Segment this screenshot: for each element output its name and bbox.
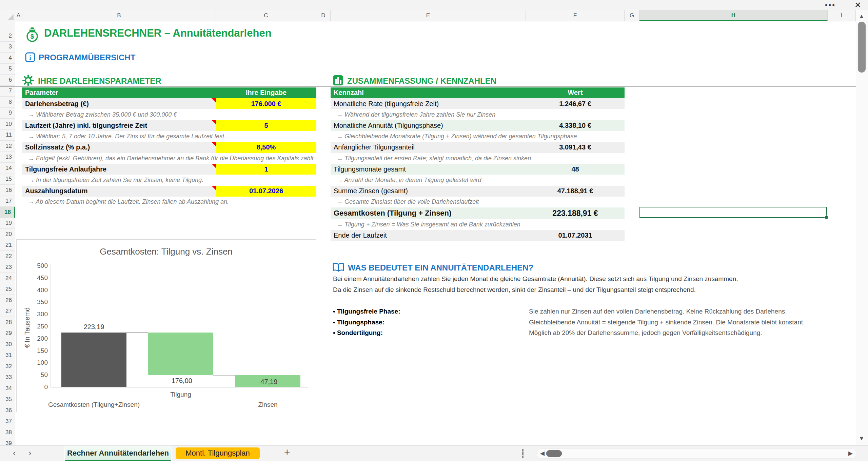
param-note-row[interactable]: → Wählbar: 5, 7 oder 10 Jahre. Der Zins … [22, 131, 316, 142]
next-sheet-icon[interactable]: › [28, 448, 32, 458]
summary-label[interactable]: Monatliche Rate (tilgungsfreie Zeit) [331, 98, 529, 109]
program-overview-link[interactable]: PROGRAMMÜBERSICHT [39, 53, 135, 62]
column-header-E[interactable]: E [331, 10, 526, 21]
summary-value[interactable]: 4.338,10 € [526, 120, 625, 131]
row-header-39[interactable]: 39 [0, 438, 15, 446]
summary-value[interactable]: 01.07.2031 [526, 230, 625, 241]
column-header-I[interactable]: I [828, 10, 856, 21]
summary-label[interactable]: Ende der Laufzeit [331, 230, 529, 241]
summary-note-row[interactable]: → Während der tilgungsfreien Jahre zahle… [331, 109, 625, 120]
summary-note-row[interactable]: → Gesamte Zinslast über die volle Darleh… [331, 197, 625, 207]
more-options-icon[interactable]: ••• [825, 1, 836, 9]
summary-label[interactable]: Monatliche Annuität (Tilgungsphase) [331, 120, 529, 131]
row-header-34[interactable]: 34 [0, 383, 15, 394]
selected-cell-H18[interactable] [639, 207, 827, 218]
column-header-H[interactable]: H [639, 10, 828, 21]
column-header-C[interactable]: C [216, 10, 316, 21]
sheet-tab-2[interactable]: Montl. Tilgungsplan [176, 447, 260, 459]
row-header-13[interactable]: 13 [0, 152, 15, 163]
row-header-20[interactable]: 20 [0, 229, 15, 240]
row-header-37[interactable]: 37 [0, 416, 15, 427]
row-header-33[interactable]: 33 [0, 372, 15, 383]
fill-handle[interactable] [825, 216, 828, 219]
summary-note-row[interactable]: → Gleichbleibende Monatsrate (Tilgung + … [331, 131, 625, 142]
vertical-scrollbar[interactable]: ▲ ▼ [856, 10, 868, 445]
param-input-cell[interactable]: 176.000 € [216, 98, 316, 109]
scroll-right-icon[interactable]: ▶ [848, 450, 853, 457]
row-header-16[interactable]: 16 [0, 185, 15, 196]
scrollbar-resize-handle[interactable] [522, 449, 524, 458]
scroll-down-icon[interactable]: ▼ [859, 435, 865, 442]
row-header-22[interactable]: 22 [0, 251, 15, 262]
row-header-29[interactable]: 29 [0, 328, 15, 339]
row-header-25[interactable]: 25 [0, 284, 15, 295]
horizontal-scroll-thumb[interactable] [546, 450, 562, 457]
prev-sheet-icon[interactable]: ‹ [13, 448, 16, 458]
row-header-31[interactable]: 31 [0, 350, 15, 361]
row-header-18[interactable]: 18 [0, 207, 15, 218]
row-header-6[interactable]: 6 [0, 75, 15, 86]
row-header-11[interactable]: 11 [0, 130, 15, 141]
row-header-9[interactable]: 9 [0, 108, 15, 119]
row-header-19[interactable]: 19 [0, 218, 15, 229]
column-header-A[interactable]: A [15, 10, 22, 21]
row-header-5[interactable]: 5 [0, 64, 15, 75]
scroll-up-icon[interactable]: ▲ [859, 13, 865, 20]
summary-note-row[interactable]: → Tilgungsanteil der ersten Rate; steigt… [331, 153, 625, 164]
row-header-10[interactable]: 10 [0, 119, 15, 130]
param-label[interactable]: Sollzinssatz (% p.a.) [22, 142, 219, 153]
row-header-27[interactable]: 27 [0, 306, 15, 317]
summary-value[interactable]: 223.188,91 € [526, 207, 625, 219]
scroll-left-icon[interactable]: ◀ [540, 450, 545, 457]
summary-value[interactable]: 48 [526, 164, 625, 175]
waterfall-chart[interactable]: Gesamtkosten: Tilgung vs. Zinsen € In Ta… [16, 239, 316, 412]
param-input-cell[interactable]: 01.07.2026 [216, 186, 316, 197]
summary-note-row[interactable]: → Tilgung + Zinsen = Was Sie insgesamt a… [331, 219, 625, 230]
param-note-row[interactable]: → Wählbarer Betrag zwischen 35.000 € und… [22, 109, 316, 120]
row-header-17[interactable]: 17 [0, 196, 15, 207]
row-header-24[interactable]: 24 [0, 273, 15, 284]
param-input-cell[interactable]: 5 [216, 120, 316, 131]
summary-label[interactable]: Tilgungsmonate gesamt [331, 164, 529, 175]
row-header-21[interactable]: 21 [0, 240, 15, 251]
row-header-32[interactable]: 32 [0, 361, 15, 372]
row-header-36[interactable]: 36 [0, 405, 15, 416]
row-header-3[interactable]: 3 [0, 42, 15, 53]
column-header-F[interactable]: F [526, 10, 625, 21]
row-header-15[interactable]: 15 [0, 174, 15, 185]
row-header-23[interactable]: 23 [0, 262, 15, 273]
row-header-12[interactable]: 12 [0, 141, 15, 152]
summary-value[interactable]: 47.188,91 € [526, 186, 625, 197]
param-note-row[interactable]: → Entgelt (exkl. Gebühren), das ein Darl… [22, 153, 316, 164]
vertical-scroll-thumb[interactable] [858, 22, 866, 73]
column-header-G[interactable]: G [625, 10, 639, 21]
summary-value[interactable]: 1.246,67 € [526, 98, 625, 109]
summary-value[interactable]: 3.091,43 € [526, 142, 625, 153]
summary-label[interactable]: Anfänglicher Tilgungsanteil [331, 142, 529, 153]
summary-note-row[interactable]: → Anzahl der Monate, in denen Tilgung ge… [331, 175, 625, 185]
add-sheet-button[interactable]: + [284, 446, 290, 458]
param-note-row[interactable]: → In der tilgungsfreien Zeit zahlen Sie … [22, 175, 316, 185]
select-all-corner[interactable] [0, 10, 15, 21]
horizontal-scrollbar[interactable]: ◀ ▶ [536, 448, 856, 459]
summary-label[interactable]: Gesamtkosten (Tilgung + Zinsen) [331, 207, 529, 219]
column-header-D[interactable]: D [316, 10, 331, 21]
column-header-B[interactable]: B [22, 10, 216, 21]
row-header-28[interactable]: 28 [0, 317, 15, 328]
row-header-30[interactable]: 30 [0, 339, 15, 350]
close-icon[interactable]: ✕ [854, 0, 861, 10]
row-header-8[interactable]: 8 [0, 97, 15, 108]
sheet-tab-1[interactable]: Rechner Annuitätendarlehen [65, 446, 171, 461]
row-header-2[interactable]: 2 [0, 31, 15, 42]
param-label[interactable]: Laufzeit (Jahre) inkl. tilgungsfreie Zei… [22, 120, 219, 131]
param-label[interactable]: Darlehensbetrag (€) [22, 98, 219, 109]
row-header-26[interactable]: 26 [0, 295, 15, 306]
row-header-35[interactable]: 35 [0, 394, 15, 405]
row-header-38[interactable]: 38 [0, 427, 15, 438]
param-note-row[interactable]: → Ab diesem Datum beginnt die Laufzeit. … [22, 197, 316, 207]
param-label[interactable]: Auszahlungsdatum [22, 186, 219, 197]
param-label[interactable]: Tilgungsfreie Anlaufjahre [22, 164, 219, 175]
row-header-14[interactable]: 14 [0, 163, 15, 174]
param-input-cell[interactable]: 1 [216, 164, 316, 175]
summary-label[interactable]: Summe Zinsen (gesamt) [331, 186, 529, 197]
